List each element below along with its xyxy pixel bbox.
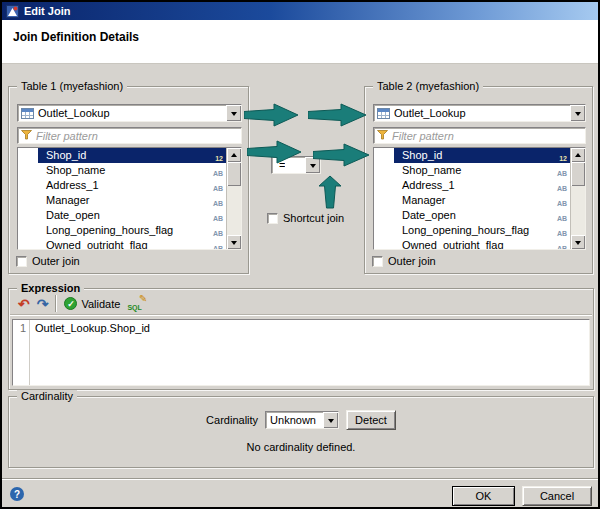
table2-column-list[interactable]: Shop_id12 Shop_nameAB Address_1AB Manage… xyxy=(373,147,586,250)
annotation-arrow-right-2 xyxy=(308,103,368,127)
column-row[interactable]: Owned_outright_flagAB xyxy=(374,238,570,250)
scroll-down-icon[interactable] xyxy=(571,235,585,249)
filter-funnel-icon xyxy=(21,130,32,142)
scroll-down-icon[interactable] xyxy=(227,235,241,249)
table1-select-value: Outlet_Lookup xyxy=(34,107,110,119)
column-row[interactable]: Shop_nameAB xyxy=(18,163,226,178)
table-icon xyxy=(377,108,390,119)
column-row[interactable]: ManagerAB xyxy=(18,193,226,208)
expression-toolbar: ↶ ↷ ✓ Validate SQL ✎ xyxy=(10,293,592,315)
table2-filter-input[interactable] xyxy=(392,130,585,142)
column-row[interactable]: Shop_id12 xyxy=(18,148,226,163)
expression-editor[interactable]: 1 Outlet_Lookup.Shop_id xyxy=(12,319,590,386)
column-row[interactable]: Long_opening_hours_flagAB xyxy=(18,223,226,238)
validate-button[interactable]: ✓ Validate xyxy=(64,297,120,310)
table2-group-label: Table 2 (myefashion) xyxy=(373,80,483,93)
shortcut-join[interactable]: Shortcut join xyxy=(267,212,344,224)
table1-column-list[interactable]: Shop_id12 Shop_nameAB Address_1AB Manage… xyxy=(17,147,242,250)
outer-join-label: Outer join xyxy=(388,255,436,267)
table2-filter[interactable] xyxy=(373,127,586,144)
column-row[interactable]: Date_openAB xyxy=(18,208,226,223)
table1-outer-join[interactable]: Outer join xyxy=(16,255,80,267)
join-operator-value: = xyxy=(272,159,285,171)
cardinality-group-label: Cardinality xyxy=(17,390,77,403)
annotation-arrow-up xyxy=(318,175,342,209)
cardinality-row: Cardinality Unknown Detect xyxy=(9,410,593,430)
table1-group-label: Table 1 (myefashion) xyxy=(17,80,127,93)
undo-icon[interactable]: ↶ xyxy=(18,297,30,311)
scrollbar[interactable] xyxy=(226,148,241,249)
column-row[interactable]: Shop_nameAB xyxy=(374,163,570,178)
pencil-icon: ✎ xyxy=(139,293,147,304)
cancel-button[interactable]: Cancel xyxy=(522,486,592,506)
footer-separator xyxy=(2,478,598,480)
outer-join-label: Outer join xyxy=(32,255,80,267)
cardinality-select[interactable]: Unknown xyxy=(265,411,339,429)
dropdown-arrow-icon[interactable] xyxy=(305,157,320,173)
shortcut-join-checkbox[interactable] xyxy=(267,213,278,224)
cardinality-value: Unknown xyxy=(266,414,316,426)
page-title: Join Definition Details xyxy=(2,20,598,44)
redo-icon[interactable]: ↷ xyxy=(37,297,49,311)
column-row[interactable]: Address_1AB xyxy=(374,178,570,193)
dropdown-arrow-icon[interactable] xyxy=(323,412,338,428)
expression-group: Expression ↶ ↷ ✓ Validate SQL ✎ 1 Outlet… xyxy=(8,288,594,390)
string-type-icon: AB xyxy=(213,241,223,250)
table2-group: Table 2 (myefashion) Outlet_Lookup Shop_… xyxy=(364,86,593,274)
column-row[interactable]: Address_1AB xyxy=(18,178,226,193)
filter-funnel-icon xyxy=(377,130,388,142)
column-row[interactable]: ManagerAB xyxy=(374,193,570,208)
titlebar[interactable]: Edit Join xyxy=(2,2,598,20)
expression-code[interactable]: Outlet_Lookup.Shop_id xyxy=(35,322,150,334)
app-icon xyxy=(6,5,19,18)
window-title: Edit Join xyxy=(24,5,70,17)
cardinality-group: Cardinality Cardinality Unknown Detect N… xyxy=(8,396,594,468)
table2-select-value: Outlet_Lookup xyxy=(390,107,466,119)
outer-join-checkbox[interactable] xyxy=(16,256,27,267)
scrollbar[interactable] xyxy=(570,148,585,249)
annotation-arrow-right-1 xyxy=(244,103,300,127)
scrollbar-thumb[interactable] xyxy=(571,162,585,186)
column-row[interactable]: Long_opening_hours_flagAB xyxy=(374,223,570,238)
dropdown-arrow-icon[interactable] xyxy=(570,105,585,121)
sql-edit-icon[interactable]: SQL ✎ xyxy=(127,296,147,311)
scroll-up-icon[interactable] xyxy=(227,148,241,162)
outer-join-checkbox[interactable] xyxy=(372,256,383,267)
cardinality-field-label: Cardinality xyxy=(206,414,258,426)
table2-select[interactable]: Outlet_Lookup xyxy=(373,104,586,122)
validate-check-icon: ✓ xyxy=(64,297,77,310)
annotation-arrow-right-4 xyxy=(313,143,371,167)
column-row[interactable]: Owned_outright_flagAB xyxy=(18,238,226,250)
toolbar-separator xyxy=(55,295,57,312)
table-icon xyxy=(21,108,34,119)
edit-join-dialog: Edit Join Join Definition Details Table … xyxy=(0,0,600,509)
shortcut-join-label: Shortcut join xyxy=(283,212,344,224)
line-number-gutter: 1 xyxy=(13,320,30,385)
table1-select[interactable]: Outlet_Lookup xyxy=(17,104,242,122)
join-operator-select[interactable]: = xyxy=(271,156,321,174)
column-row[interactable]: Date_openAB xyxy=(374,208,570,223)
detect-button[interactable]: Detect xyxy=(346,410,396,430)
scrollbar-thumb[interactable] xyxy=(227,162,241,186)
table1-filter-input[interactable] xyxy=(36,130,241,142)
table1-filter[interactable] xyxy=(17,127,242,144)
cardinality-status: No cardinality defined. xyxy=(9,441,593,453)
column-row[interactable]: Shop_id12 xyxy=(374,148,570,163)
string-type-icon: AB xyxy=(557,241,567,250)
table2-outer-join[interactable]: Outer join xyxy=(372,255,436,267)
help-icon[interactable]: ? xyxy=(10,487,24,501)
validate-label: Validate xyxy=(81,298,120,310)
ok-button[interactable]: OK xyxy=(452,486,515,506)
dialog-header: Join Definition Details xyxy=(2,20,598,64)
dropdown-arrow-icon[interactable] xyxy=(226,105,241,121)
scroll-up-icon[interactable] xyxy=(571,148,585,162)
table1-group: Table 1 (myefashion) Outlet_Lookup Shop_… xyxy=(8,86,249,274)
